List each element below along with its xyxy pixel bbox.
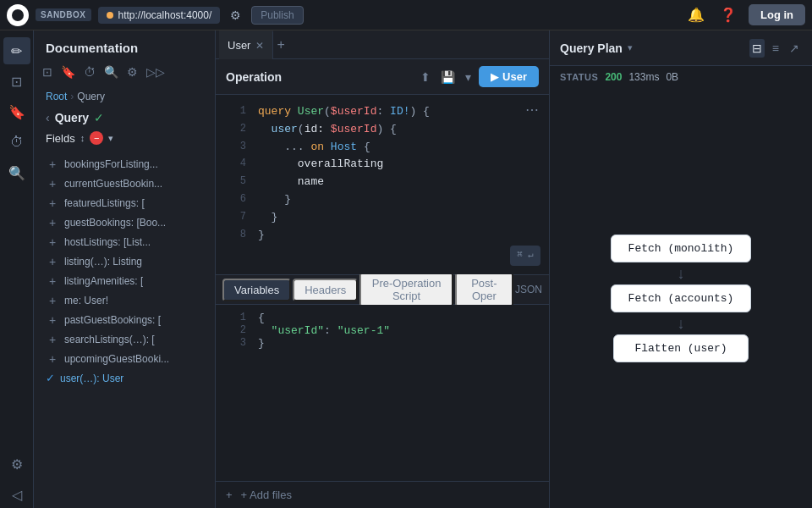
fields-expand-button[interactable]: ▾: [108, 133, 113, 144]
field-add-button-7[interactable]: +: [46, 294, 59, 307]
fields-remove-button[interactable]: −: [90, 131, 103, 145]
op-share-button[interactable]: ⬆: [418, 68, 433, 86]
tab-user-label: User: [228, 39, 250, 52]
code-line-6: 6 }: [216, 191, 549, 209]
code-line-8: 8 }: [216, 227, 549, 245]
query-plan-diagram: Fetch (monolith) ↓ Fetch (accounts) ↓ Fl…: [550, 88, 812, 508]
field-item-6[interactable]: +listingAmenities: [: [46, 272, 203, 290]
run-button[interactable]: ▶ User: [479, 66, 539, 87]
status-size: 0B: [666, 71, 678, 83]
back-button[interactable]: ‹: [46, 111, 50, 124]
field-add-button-6[interactable]: +: [46, 274, 59, 288]
doc-toolbar-bookmark-icon[interactable]: 🔖: [58, 62, 79, 82]
code-line-5: 5 name: [216, 174, 549, 191]
field-add-button-0[interactable]: +: [46, 157, 59, 171]
tab-post-operation[interactable]: Post-Oper: [455, 272, 513, 307]
sidebar-icon-settings[interactable]: ⚙: [3, 450, 30, 478]
sidebar-icon-edit[interactable]: ✏: [3, 37, 30, 64]
field-add-button-3[interactable]: +: [46, 216, 59, 229]
field-name-2: featuredListings: [: [64, 197, 145, 209]
publish-button[interactable]: Publish: [251, 6, 303, 25]
tab-pre-operation[interactable]: Pre-Operation Script: [359, 272, 453, 307]
doc-toolbar-history-icon[interactable]: ⏱: [80, 62, 99, 82]
help-icon-button[interactable]: ❓: [716, 5, 740, 25]
field-item-4[interactable]: +hostListings: [List...: [46, 233, 203, 251]
field-add-button-5[interactable]: +: [46, 255, 59, 268]
add-files-icon: +: [226, 489, 233, 501]
tab-add-button[interactable]: +: [277, 37, 284, 52]
field-item-7[interactable]: +me: User!: [46, 291, 203, 310]
main-layout: ✏ ⊡ 🔖 ⏱ 🔍 ⚙ ◁ Documentation ⊡ 🔖 ⏱ 🔍 ⚙ ▷▷…: [0, 30, 812, 508]
field-item-8[interactable]: +pastGuestBookings: [: [46, 311, 203, 329]
tab-headers[interactable]: Headers: [293, 279, 358, 301]
field-add-button-8[interactable]: +: [46, 313, 59, 327]
fields-sort-button[interactable]: ↕: [80, 133, 85, 143]
bell-icon-button[interactable]: 🔔: [684, 5, 708, 25]
fields-row: Fields ↕ − ▾: [46, 131, 203, 145]
qp-node-fetch-monolith: Fetch (monolith): [611, 235, 752, 262]
field-name-9: searchListings(…): [: [64, 334, 155, 345]
logo-inner: [12, 9, 24, 21]
tab-bar: User ✕ +: [216, 30, 549, 59]
breadcrumb: Root › Query: [34, 87, 215, 108]
query-plan-toolbar: ⊟ ≡ ↗: [749, 39, 802, 58]
add-files-button[interactable]: + + Add files: [226, 489, 292, 501]
field-item-0[interactable]: +bookingsForListing...: [46, 155, 203, 174]
query-section-header: ‹ Query ✓: [46, 111, 203, 124]
tab-user[interactable]: User ✕: [219, 30, 273, 59]
settings-icon-button[interactable]: ⚙: [227, 7, 244, 24]
tab-close-button[interactable]: ✕: [255, 40, 264, 52]
login-button[interactable]: Log in: [749, 4, 805, 25]
field-item-2[interactable]: +featuredListings: [: [46, 194, 203, 213]
sidebar-icon-history[interactable]: ⏱: [3, 129, 30, 156]
field-item-11[interactable]: ✓user(…): User: [46, 369, 203, 387]
sidebar-icon-bookmark[interactable]: 🔖: [3, 98, 30, 125]
field-add-button-4[interactable]: +: [46, 235, 59, 249]
url-text: http://localhost:4000/: [118, 9, 212, 21]
doc-toolbar-grid-icon[interactable]: ⊡: [39, 62, 56, 82]
query-section: ‹ Query ✓ Fields ↕ − ▾: [34, 108, 215, 155]
field-item-5[interactable]: +listing(…): Listing: [46, 252, 203, 271]
query-plan-chevron[interactable]: ▾: [628, 42, 633, 53]
field-name-0: bookingsForListing...: [64, 158, 158, 170]
run-icon: ▶: [491, 71, 498, 83]
sidebar-icon-search[interactable]: 🔍: [3, 159, 30, 186]
var-line-2: 2 "userId": "user-1": [216, 324, 549, 337]
breadcrumb-root[interactable]: Root: [46, 91, 67, 102]
doc-toolbar-search-icon[interactable]: 🔍: [101, 62, 122, 82]
qp-list-view-button[interactable]: ≡: [770, 39, 782, 58]
tab-variables[interactable]: Variables: [222, 279, 291, 301]
center-panel: User ✕ + Operation ⬆ 💾 ▾ ▶ User 1 query …: [216, 30, 550, 508]
field-item-10[interactable]: +upcomingGuestBooki...: [46, 350, 203, 368]
doc-toolbar-collapse-icon[interactable]: ▷▷: [143, 62, 168, 82]
sidebar-icon-collapse[interactable]: ◁: [3, 481, 30, 508]
field-add-button-2[interactable]: +: [46, 196, 59, 210]
variables-area[interactable]: 1 { 2 "userId": "user-1" 3 }: [216, 305, 549, 481]
field-list: +bookingsForListing...+currentGuestBooki…: [34, 155, 215, 508]
qp-external-button[interactable]: ↗: [787, 39, 802, 58]
field-item-1[interactable]: +currentGuestBookin...: [46, 174, 203, 193]
field-add-button-9[interactable]: +: [46, 333, 59, 346]
op-toolbar: ⬆ 💾 ▾ ▶ User: [418, 66, 539, 87]
op-dropdown-button[interactable]: ▾: [463, 68, 474, 86]
field-add-button-10[interactable]: +: [46, 352, 59, 366]
topbar: SANDBOX http://localhost:4000/ ⚙ Publish…: [0, 0, 812, 30]
code-line-7: 7 }: [216, 209, 549, 227]
doc-toolbar-settings-icon[interactable]: ⚙: [123, 62, 141, 82]
field-item-9[interactable]: +searchListings(…): [: [46, 330, 203, 349]
right-panel: Query Plan ▾ ⊟ ≡ ↗ STATUS 200 133ms 0B F…: [550, 30, 812, 508]
sandbox-badge: SANDBOX: [36, 8, 91, 21]
op-save-button[interactable]: 💾: [438, 68, 458, 86]
field-add-button-1[interactable]: +: [46, 177, 59, 190]
code-more-button[interactable]: ⋯: [525, 102, 539, 118]
sidebar-icon-docs[interactable]: ⊡: [3, 68, 30, 95]
code-editor[interactable]: 1 query User($userId: ID!) { 2 user(id: …: [216, 95, 549, 274]
qp-graph-view-button[interactable]: ⊟: [749, 39, 765, 58]
field-item-3[interactable]: +guestBookings: [Boo...: [46, 213, 203, 232]
qp-node-flatten-user: Flatten (user): [613, 334, 749, 362]
add-files-label: + Add files: [241, 489, 292, 501]
field-name-8: pastGuestBookings: [: [64, 314, 161, 326]
fields-label: Fields: [46, 132, 75, 145]
status-label: STATUS: [560, 72, 598, 82]
code-line-4: 4 overallRating: [216, 156, 549, 174]
